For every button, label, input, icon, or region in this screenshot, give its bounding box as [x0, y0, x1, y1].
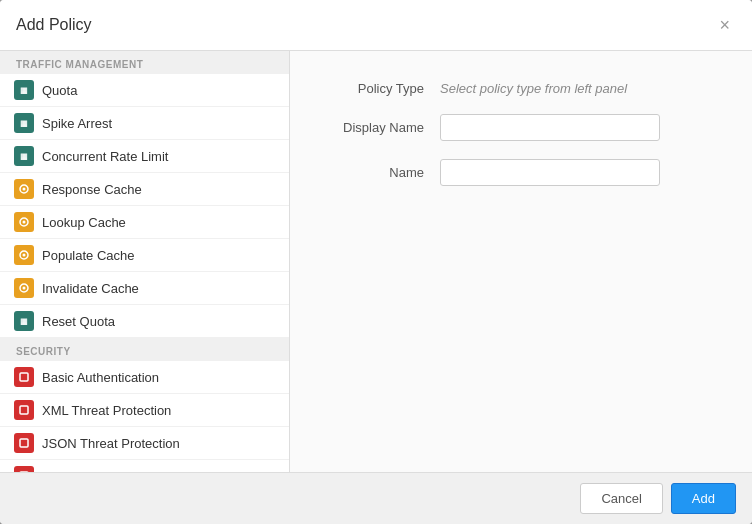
- policy-item[interactable]: ▦Quota: [0, 74, 289, 107]
- policy-item-icon: [14, 367, 34, 387]
- policy-item[interactable]: Populate Cache: [0, 239, 289, 272]
- svg-rect-20: [17, 370, 31, 384]
- policy-item-icon: ▦: [14, 80, 34, 100]
- section-header: TRAFFIC MANAGEMENT: [0, 51, 289, 74]
- add-policy-modal: Add Policy × TRAFFIC MANAGEMENT▦Quota▦Sp…: [0, 0, 752, 524]
- svg-text:▦: ▦: [20, 317, 28, 326]
- policy-item[interactable]: Response Cache: [0, 173, 289, 206]
- modal-title: Add Policy: [16, 16, 92, 34]
- right-panel: Policy Type Select policy type from left…: [290, 51, 752, 472]
- policy-item-label: Concurrent Rate Limit: [42, 149, 168, 164]
- policy-item-icon: [14, 278, 34, 298]
- display-name-label: Display Name: [330, 120, 440, 135]
- name-input[interactable]: [440, 159, 660, 186]
- svg-text:▦: ▦: [20, 86, 28, 95]
- svg-point-8: [23, 188, 26, 191]
- svg-point-11: [23, 221, 26, 224]
- policy-type-row: Policy Type Select policy type from left…: [330, 81, 712, 96]
- policy-item[interactable]: ▦Concurrent Rate Limit: [0, 140, 289, 173]
- svg-point-14: [23, 254, 26, 257]
- policy-item[interactable]: Regular Expression Protection: [0, 460, 289, 472]
- modal-footer: Cancel Add: [0, 472, 752, 524]
- policy-item-label: Basic Authentication: [42, 370, 159, 385]
- svg-rect-24: [17, 436, 31, 450]
- policy-item-icon: [14, 212, 34, 232]
- policy-item-label: XML Threat Protection: [42, 403, 171, 418]
- policy-item-label: Invalidate Cache: [42, 281, 139, 296]
- policy-item-icon: ▦: [14, 113, 34, 133]
- policy-item-label: Spike Arrest: [42, 116, 112, 131]
- name-label: Name: [330, 165, 440, 180]
- policy-item[interactable]: JSON Threat Protection: [0, 427, 289, 460]
- modal-header: Add Policy ×: [0, 0, 752, 51]
- cancel-button[interactable]: Cancel: [580, 483, 662, 514]
- policy-item-label: Quota: [42, 83, 77, 98]
- section-header: SECURITY: [0, 338, 289, 361]
- policy-item-label: JSON Threat Protection: [42, 436, 180, 451]
- policy-item[interactable]: XML Threat Protection: [0, 394, 289, 427]
- policy-item-label: Populate Cache: [42, 248, 135, 263]
- policy-item-icon: [14, 179, 34, 199]
- policy-item[interactable]: Basic Authentication: [0, 361, 289, 394]
- left-panel: TRAFFIC MANAGEMENT▦Quota▦Spike Arrest▦Co…: [0, 51, 290, 472]
- modal-body: TRAFFIC MANAGEMENT▦Quota▦Spike Arrest▦Co…: [0, 51, 752, 472]
- name-row: Name: [330, 159, 712, 186]
- policy-item-icon: ▦: [14, 146, 34, 166]
- close-button[interactable]: ×: [713, 14, 736, 36]
- svg-text:▦: ▦: [20, 119, 28, 128]
- policy-item-label: Response Cache: [42, 182, 142, 197]
- add-button[interactable]: Add: [671, 483, 736, 514]
- policy-type-value: Select policy type from left panel: [440, 81, 627, 96]
- policy-item-label: Reset Quota: [42, 314, 115, 329]
- policy-item-icon: ▦: [14, 311, 34, 331]
- policy-item-label: Lookup Cache: [42, 215, 126, 230]
- display-name-input[interactable]: [440, 114, 660, 141]
- policy-item-icon: [14, 400, 34, 420]
- policy-item-icon: [14, 433, 34, 453]
- policy-item[interactable]: ▦Reset Quota: [0, 305, 289, 338]
- policy-item[interactable]: Invalidate Cache: [0, 272, 289, 305]
- display-name-row: Display Name: [330, 114, 712, 141]
- policy-type-label: Policy Type: [330, 81, 440, 96]
- policy-item[interactable]: ▦Spike Arrest: [0, 107, 289, 140]
- svg-point-17: [23, 287, 26, 290]
- policy-item[interactable]: Lookup Cache: [0, 206, 289, 239]
- policy-item-icon: [14, 245, 34, 265]
- svg-text:▦: ▦: [20, 152, 28, 161]
- svg-rect-22: [17, 403, 31, 417]
